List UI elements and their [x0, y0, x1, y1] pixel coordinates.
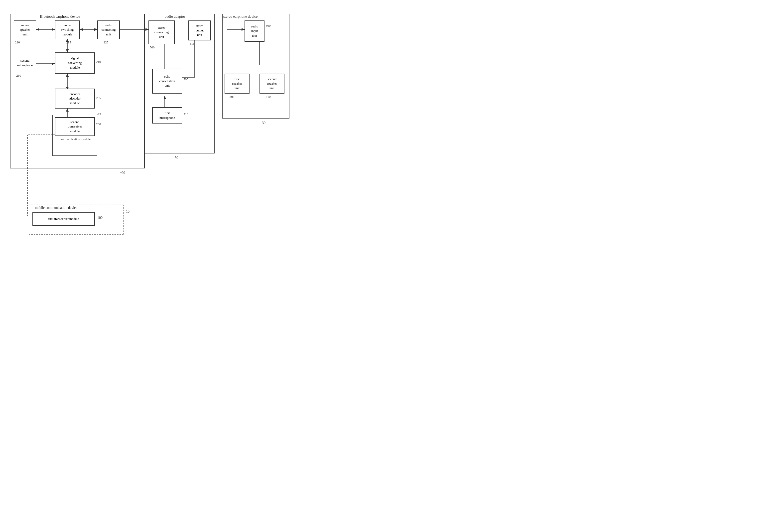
audio-switching-label: audio swtiching module: [61, 23, 74, 37]
encoder-decoder-box: encoder /decoder module: [55, 89, 95, 109]
ref-50: 50: [175, 156, 178, 160]
second-speaker-label: second speaker unit: [267, 77, 277, 91]
echo-cancellation-label: echo cancellation unit: [159, 74, 175, 88]
signal-converting-ref: 210: [96, 60, 101, 64]
first-transceiver-box: first transceiver module: [33, 212, 95, 226]
encoder-decoder-ref: 205: [96, 96, 101, 100]
stereo-output-box: stereo output unit: [189, 21, 211, 40]
audio-input-ref: 300: [266, 24, 271, 28]
communication-label: communication module: [60, 137, 91, 141]
first-speaker-label: first speaker unit: [232, 77, 242, 91]
signal-converting-box: signal converting module: [55, 52, 95, 74]
audio-input-box: audio input unit: [245, 21, 264, 42]
echo-cancellation-box: echo cancellation unit: [152, 69, 182, 93]
encoder-decoder-label: encoder /decoder module: [69, 92, 81, 106]
second-transceiver-label: second transceiver module: [68, 120, 82, 133]
stereo-earphone-label: stereo earphone device: [223, 14, 257, 19]
signal-converting-label: signal converting module: [68, 56, 82, 70]
second-speaker-ref: 310: [266, 95, 271, 99]
mobile-device-label: mobile communication device: [35, 206, 77, 210]
audio-connecting-label: audio connecting unit: [101, 23, 116, 37]
second-microphone-label: second microphone: [17, 58, 33, 67]
echo-cancellation-ref: 505: [183, 77, 189, 81]
mono-speaker-ref: 220: [15, 40, 20, 44]
stereo-output-ref: 515: [190, 42, 195, 46]
first-transceiver-label: first transceiver module: [48, 216, 79, 221]
second-speaker-box: second speaker unit: [259, 74, 284, 93]
first-microphone-ref: 510: [183, 112, 189, 116]
diagram: Bluetooth earphone device mono speaker u…: [0, 0, 390, 266]
audio-adaptor-label: audio adaptor: [165, 14, 185, 19]
stereo-connecting-box: stereo connecting unit: [149, 21, 175, 44]
first-speaker-ref: 305: [230, 95, 235, 99]
audio-input-label: audio input unit: [251, 24, 258, 38]
stereo-connecting-ref: 500: [150, 45, 155, 49]
second-microphone-ref: 230: [16, 74, 21, 78]
second-transceiver-ref: 200: [96, 122, 101, 126]
audio-switching-box: audio swtiching module: [55, 21, 80, 39]
stereo-connecting-label: stereo connecting unit: [155, 26, 169, 39]
ref-30: 30: [262, 121, 265, 125]
second-transceiver-box: second transceiver module: [55, 117, 95, 136]
mono-speaker-box: mono speaker unit: [14, 21, 36, 39]
first-speaker-box: first speaker unit: [224, 74, 249, 93]
first-microphone-label: first microphone: [159, 111, 175, 120]
mobile-device-ref: 10: [126, 210, 129, 214]
first-microphone-box: first microphone: [152, 107, 182, 124]
audio-switching-ref: 215: [66, 40, 71, 44]
mono-speaker-label: mono speaker unit: [20, 23, 30, 37]
audio-connecting-ref: 225: [104, 40, 109, 44]
bluetooth-device-label: Bluetooth earphone device: [40, 14, 80, 19]
audio-connecting-box: audio connecting unit: [97, 21, 120, 39]
second-microphone-box: second microphone: [14, 54, 36, 72]
first-transceiver-ref: 100: [97, 216, 102, 220]
stereo-output-label: stereo output unit: [195, 24, 204, 37]
ref-20: ~20: [120, 171, 125, 175]
